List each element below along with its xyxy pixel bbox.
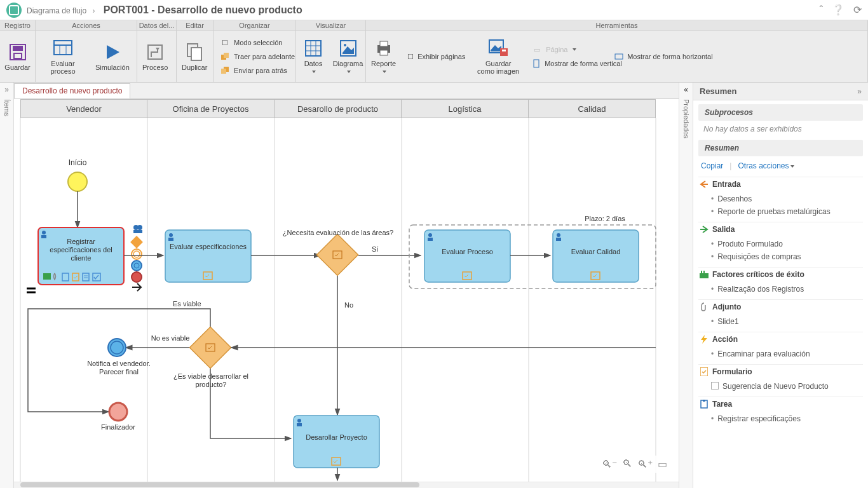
- svg-rect-30: [502, 50, 506, 51]
- user-tool-icon[interactable]: [133, 225, 142, 233]
- play-icon: [102, 42, 123, 62]
- summary-panel: Resumen » Subprocesos No hay datos a ser…: [693, 83, 868, 488]
- collapse-up-icon[interactable]: ˆ: [820, 4, 823, 16]
- svg-marker-7: [107, 45, 119, 59]
- copy-link[interactable]: Copiar: [701, 161, 723, 170]
- simulation-button[interactable]: Simulación: [90, 31, 135, 82]
- save-button[interactable]: Guardar: [0, 31, 35, 82]
- more-actions-dropdown[interactable]: Otras acciones: [738, 161, 794, 170]
- evaluate-process-button[interactable]: Evaluar proceso: [36, 31, 90, 82]
- panel-header[interactable]: Resumen »: [693, 83, 868, 100]
- send-to-back-button[interactable]: Enviar para atrás: [217, 64, 297, 77]
- left-sidebar-collapsed[interactable]: » Ítems: [0, 83, 14, 488]
- svg-point-66: [428, 233, 432, 237]
- show-vertical-button[interactable]: Mostrar de forma vertical: [529, 57, 604, 70]
- task-evaluar-spec[interactable]: Evaluar especificaciones: [165, 230, 251, 282]
- svg-rect-2: [14, 53, 22, 58]
- factory-icon: [700, 270, 709, 279]
- help-icon[interactable]: ❔: [832, 4, 844, 16]
- selection-mode-toggle[interactable]: ☐Modo selección: [217, 36, 297, 49]
- svg-rect-67: [428, 238, 433, 241]
- svg-rect-15: [221, 69, 226, 74]
- svg-rect-16: [306, 41, 321, 56]
- category-salida: Salida: [698, 222, 863, 236]
- svg-point-52: [137, 225, 142, 230]
- ribbon-group-visualizar: Visualizar Datos Diagrama: [296, 20, 366, 82]
- svg-rect-53: [133, 230, 142, 233]
- end-event-tool-icon[interactable]: [132, 272, 142, 282]
- zoom-in-icon[interactable]: 🔍︎⁺: [637, 458, 653, 470]
- section-subprocesses: Subprocesos: [698, 104, 863, 121]
- svg-marker-9: [156, 48, 159, 51]
- svg-rect-84: [701, 271, 702, 273]
- zoom-reset-icon[interactable]: 🔍︎: [622, 458, 632, 470]
- task-evaluar-calidad[interactable]: Evaluar Calidad: [553, 230, 639, 282]
- canvas-area: Desarrollo de nuevo producto Vendedor Of…: [14, 83, 679, 488]
- svg-point-59: [169, 233, 173, 237]
- task-desarrollar[interactable]: Desarollar Proyecto: [294, 416, 379, 468]
- task-registrar[interactable]: Registrar especificaciones del cliente: [38, 227, 124, 285]
- expand-right-icon[interactable]: »: [4, 85, 9, 94]
- image-save-icon: [488, 38, 508, 58]
- svg-rect-32: [615, 54, 623, 59]
- save-as-image-button[interactable]: Guardar como imagen: [471, 31, 526, 82]
- ribbon: Registro Guardar Acciones Evaluar proces…: [0, 20, 868, 83]
- diagram-view-button[interactable]: Diagrama: [330, 31, 365, 82]
- topbar: Diagrama de flujo › PORT001 - Desarrollo…: [0, 0, 868, 20]
- breadcrumb-root[interactable]: Diagrama de flujo: [27, 6, 86, 15]
- input-icon: [700, 180, 709, 189]
- bpmn-diagram: Início Registrar especificaciones del cl…: [14, 99, 662, 482]
- svg-rect-26: [380, 50, 388, 55]
- drag-handle-icon[interactable]: [27, 288, 36, 292]
- process-button[interactable]: Proceso: [137, 31, 173, 82]
- svg-rect-3: [54, 41, 72, 55]
- event-tool-icon[interactable]: [132, 261, 142, 271]
- page-title: PORT001 - Desarrollo de nuevo producto: [104, 4, 302, 15]
- list-item: Registrar especificações: [711, 412, 863, 425]
- checkbox-icon: ☐: [220, 37, 230, 48]
- svg-point-23: [344, 44, 346, 46]
- grid-icon: [303, 38, 323, 58]
- refresh-icon[interactable]: ⟳: [853, 4, 862, 16]
- layers-back-icon: [220, 65, 230, 76]
- end-event[interactable]: Finalizador: [101, 403, 135, 431]
- svg-marker-86: [701, 335, 707, 344]
- form-icon: [700, 367, 709, 376]
- minimap-icon[interactable]: ▭: [658, 458, 667, 470]
- arrow-tool-icon[interactable]: [132, 283, 141, 291]
- tab-active[interactable]: Desarrollo de nuevo producto: [14, 83, 130, 98]
- node-toolbar[interactable]: [130, 225, 143, 291]
- svg-rect-81: [297, 423, 302, 426]
- zoom-out-icon[interactable]: 🔍︎⁻: [602, 458, 617, 470]
- output-icon: [700, 225, 709, 234]
- diagram-canvas[interactable]: Vendedor Oficina de Proyectos Desarollo …: [14, 99, 679, 482]
- expand-left-icon[interactable]: «: [684, 85, 688, 94]
- svg-rect-11: [191, 48, 201, 60]
- label-si: Sí: [372, 245, 378, 253]
- ribbon-group-acciones: Acciones Evaluar proceso Simulación: [36, 20, 137, 82]
- horizontal-scrollbar[interactable]: [14, 482, 679, 488]
- duplicate-button[interactable]: Duplicar: [177, 31, 212, 82]
- ribbon-group-herramientas: Herramientas Reporte ☐Exhibir páginas Gu…: [366, 20, 868, 82]
- svg-rect-71: [556, 238, 561, 241]
- svg-rect-1: [13, 46, 23, 51]
- empty-state: No hay datos a ser exhibidos: [698, 123, 863, 140]
- start-event[interactable]: Início: [68, 158, 87, 191]
- bring-to-front-button[interactable]: Traer para adelante: [217, 50, 297, 63]
- vertical-layout-icon: [532, 58, 541, 69]
- svg-point-40: [68, 172, 87, 191]
- task-evaluar-proceso[interactable]: Evaluar Proceso: [424, 230, 510, 282]
- layers-front-icon: [220, 51, 230, 62]
- report-button[interactable]: Reporte: [366, 31, 401, 82]
- svg-rect-60: [168, 238, 173, 241]
- collapse-icon[interactable]: »: [857, 87, 862, 96]
- data-view-button[interactable]: Datos: [296, 31, 330, 82]
- list-item[interactable]: Sugerencia de Nuevo Producto: [711, 380, 863, 393]
- list-item: Requisições de compras: [711, 250, 863, 263]
- show-horizontal-button[interactable]: Mostrar de forma horizontal: [612, 50, 687, 63]
- right-sidebar-collapsed[interactable]: « Propiedades: [679, 83, 693, 488]
- svg-point-70: [557, 233, 560, 237]
- show-pages-toggle[interactable]: ☐Exhibir páginas: [405, 50, 467, 63]
- svg-rect-44: [43, 273, 51, 280]
- gateway-tool-icon[interactable]: [130, 236, 143, 248]
